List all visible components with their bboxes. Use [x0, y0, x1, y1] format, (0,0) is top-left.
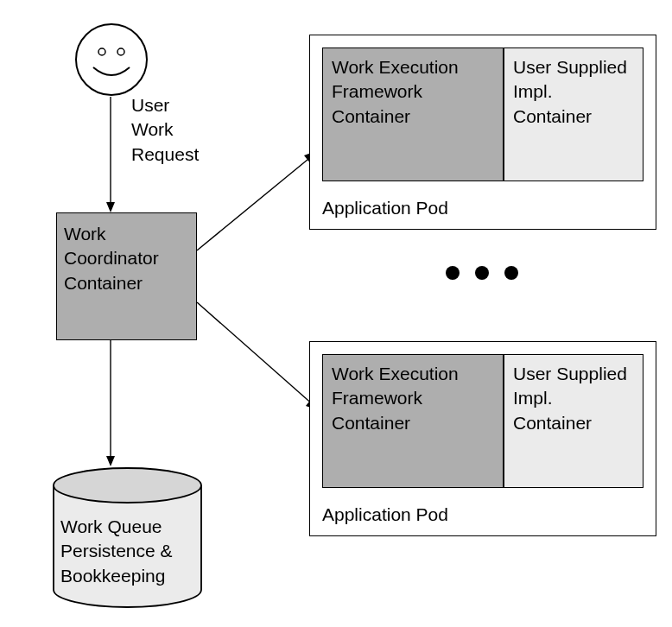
coordinator-label: Work Coordinator Container — [64, 222, 189, 295]
svg-marker-4 — [106, 202, 115, 212]
application-pod-top: Work Execution Framework Container User … — [309, 35, 656, 230]
user-request-label: User Work Request — [131, 93, 199, 167]
svg-line-7 — [197, 302, 314, 406]
queue-label: Work Queue Persistence & Bookkeeping — [60, 515, 199, 588]
user-container-label-bottom: User Supplied Impl. Container — [504, 355, 643, 442]
user-container-label: User Supplied Impl. Container — [504, 48, 643, 136]
exec-container-label: Work Execution Framework Container — [323, 48, 503, 136]
exec-container-label-bottom: Work Execution Framework Container — [323, 355, 503, 442]
coordinator-box: Work Coordinator Container — [56, 212, 197, 340]
svg-point-0 — [76, 24, 147, 95]
svg-line-5 — [197, 155, 313, 250]
svg-marker-10 — [106, 456, 115, 466]
ellipsis-icon — [446, 266, 518, 280]
pod-label-bottom: Application Pod — [322, 503, 448, 527]
application-pod-bottom: Work Execution Framework Container User … — [309, 341, 656, 536]
svg-point-11 — [54, 468, 201, 503]
pod-label-top: Application Pod — [322, 196, 448, 220]
user-icon — [74, 22, 149, 97]
